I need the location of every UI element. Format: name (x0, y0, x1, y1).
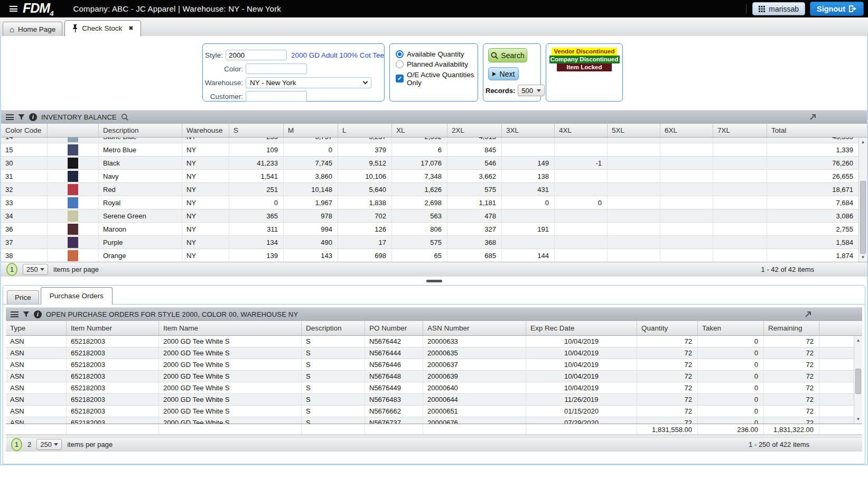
tab-check-stock[interactable]: Check Stock ✖ (64, 20, 141, 36)
radio-icon (396, 50, 404, 58)
col-m[interactable]: M (284, 124, 338, 137)
col-type[interactable]: Type (6, 321, 67, 335)
scroll-down-icon[interactable]: ▼ (859, 253, 867, 261)
col-item-number[interactable]: Item Number (67, 321, 159, 335)
items-per-page-select[interactable]: 250 (36, 439, 62, 450)
radio-icon (396, 60, 404, 68)
scroll-thumb[interactable] (855, 369, 861, 394)
col-remaining[interactable]: Remaining (764, 321, 819, 335)
col-description[interactable]: Description (302, 321, 365, 335)
inventory-toolbar: i INVENTORY BALANCE (1, 110, 867, 124)
grid-menu-icon[interactable] (6, 114, 14, 120)
col-5xl[interactable]: 5XL (608, 124, 660, 137)
page-2-button[interactable]: 2 (27, 441, 31, 448)
col-taken[interactable]: Taken (698, 321, 764, 335)
col-l[interactable]: L (338, 124, 392, 137)
po-row[interactable]: ASN6521820032000 GD Tee White SSN5676442… (6, 336, 854, 347)
page-1-button[interactable]: 1 (6, 263, 17, 276)
top-bar: FDM4 Company: ABC - JC Apparel | Warehou… (0, 0, 868, 17)
expand-icon[interactable] (809, 114, 816, 121)
user-menu-button[interactable]: marissab (752, 2, 805, 15)
company-warehouse-context: Company: ABC - JC Apparel | Warehouse: N… (73, 4, 281, 13)
info-icon[interactable]: i (29, 113, 37, 121)
inventory-row[interactable]: 33RoyalNY01,9671,8382,6981,181007,684 (1, 196, 858, 209)
home-icon: ⌂ (10, 25, 14, 33)
color-swatch (68, 144, 78, 155)
style-description-link[interactable]: 2000 GD Adult 100% Cot Tee (291, 51, 384, 59)
po-row[interactable]: ASN6521820032000 GD Tee White SSN5676449… (6, 382, 854, 394)
warehouse-label: Warehouse: (203, 79, 243, 87)
tab-purchase-orders[interactable]: Purchase Orders (41, 287, 113, 305)
search-button[interactable]: Search (488, 48, 527, 62)
col-color-code[interactable]: Color Code (1, 124, 48, 137)
col-swatch[interactable] (48, 124, 99, 137)
po-rows: ASN6521820032000 GD Tee White SSN5676442… (6, 336, 854, 424)
scroll-up-icon[interactable]: ▲ (859, 138, 867, 146)
signout-button[interactable]: Signout (810, 2, 864, 16)
col-7xl[interactable]: 7XL (713, 124, 767, 137)
inventory-row[interactable]: 14Stone BlueNY2553,7573,2572,5924,51545,… (1, 137, 858, 143)
tab-home-page[interactable]: ⌂ Home Page (3, 22, 62, 36)
apps-grid-icon (759, 6, 765, 12)
col-6xl[interactable]: 6XL (660, 124, 713, 137)
po-row[interactable]: ASN6521820032000 GD Tee White SSN5676446… (6, 359, 854, 371)
col-4xl[interactable]: 4XL (555, 124, 608, 137)
grid-menu-icon[interactable] (11, 311, 18, 317)
search-area: Style: 2000 GD Adult 100% Cot Tee Color:… (1, 36, 867, 109)
scroll-down-icon[interactable]: ▼ (854, 415, 862, 423)
expand-icon[interactable] (805, 311, 811, 318)
scroll-up-icon[interactable]: ▲ (854, 336, 862, 344)
col-warehouse[interactable]: Warehouse (182, 124, 229, 137)
po-row[interactable]: ASN6521820032000 GD Tee White SSN5676444… (6, 347, 854, 359)
col-po-number[interactable]: PO Number (365, 321, 423, 335)
col-2xl[interactable]: 2XL (447, 124, 502, 137)
inventory-row[interactable]: 15Metro BlueNY109037968451,339 (1, 143, 858, 157)
inventory-row[interactable]: 34Serene GreenNY3659787025634783,086 (1, 209, 858, 223)
radio-available-quantity[interactable]: Available Quantity (396, 49, 478, 59)
inventory-scrollbar[interactable]: ▲ ▼ (858, 137, 867, 262)
page-1-button[interactable]: 1 (11, 438, 22, 451)
col-3xl[interactable]: 3XL (502, 124, 555, 137)
po-scrollbar[interactable]: ▲ ▼ (854, 336, 862, 424)
radio-planned-availability[interactable]: Planned Availability (396, 59, 478, 69)
inventory-row[interactable]: 32RedNY25110,1485,6401,62657543118,671 (1, 183, 858, 196)
col-asn-number[interactable]: ASN Number (423, 321, 526, 335)
col-quantity[interactable]: Quantity (637, 321, 698, 335)
items-per-page-select[interactable]: 250 (23, 264, 48, 275)
filter-icon[interactable] (23, 311, 30, 318)
style-input[interactable] (226, 50, 287, 60)
inventory-row[interactable]: 36MaroonNY3119941268063271912,755 (1, 223, 858, 236)
warehouse-select[interactable]: NY - New York (246, 77, 371, 88)
po-row[interactable]: ASN6521820032000 GD Tee White SSN5676662… (6, 406, 854, 417)
col-xl[interactable]: XL (392, 124, 447, 137)
inventory-row[interactable]: 31NavyNY1,5413,86010,1067,3483,66213826,… (1, 170, 858, 183)
po-row[interactable]: ASN6521820032000 GD Tee White SSN5676448… (6, 371, 854, 382)
scroll-thumb[interactable] (860, 181, 866, 254)
app-window: FDM4 Company: ABC - JC Apparel | Warehou… (0, 0, 868, 477)
panel-splitter[interactable] (1, 277, 867, 285)
col-s[interactable]: S (229, 124, 284, 137)
records-select[interactable]: 500 (518, 85, 545, 96)
next-button[interactable]: Next (488, 67, 519, 80)
customer-input[interactable] (246, 91, 307, 102)
splitter-handle-icon[interactable] (426, 280, 442, 282)
color-input[interactable] (246, 63, 307, 74)
menu-icon[interactable] (10, 6, 17, 12)
tab-price[interactable]: Price (7, 290, 39, 304)
close-tab-icon[interactable]: ✖ (128, 25, 133, 32)
inventory-row[interactable]: 30BlackNY41,2337,7459,51217,076546149-17… (1, 157, 858, 170)
col-item-name[interactable]: Item Name (159, 321, 302, 335)
col-exp-rec-date[interactable]: Exp Rec Date (526, 321, 637, 335)
col-description[interactable]: Description (99, 124, 182, 137)
inventory-row[interactable]: 38OrangeNY139143698656851441,874 (1, 249, 858, 262)
po-row[interactable]: ASN6521820032000 GD Tee White SSN5676483… (6, 394, 854, 406)
legend-company-discontinued: Company Discontinued (549, 56, 620, 63)
po-row[interactable]: ASN6521820032000 GD Tee White SSN5676737… (6, 417, 854, 424)
filter-icon[interactable] (18, 114, 25, 121)
actions-panel: Search Next Records: 500 (483, 43, 541, 102)
checkbox-oe-active[interactable]: O/E Active Quantities Only (396, 74, 478, 84)
col-total[interactable]: Total (767, 124, 867, 137)
info-icon[interactable]: i (34, 310, 42, 318)
inventory-row[interactable]: 37PurpleNY134490175753681,584 (1, 236, 858, 249)
grid-search-icon[interactable] (121, 113, 129, 121)
